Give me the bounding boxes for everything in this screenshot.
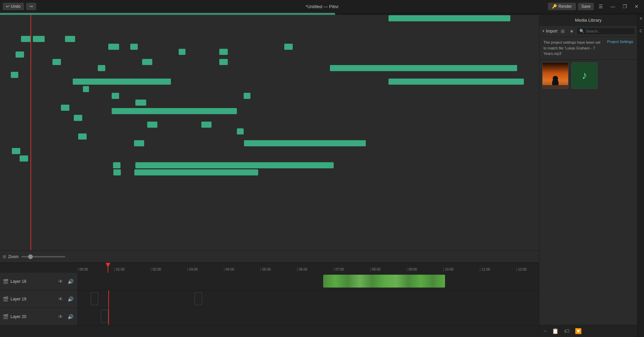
audio-waveform-layer18 bbox=[323, 275, 445, 288]
clip-31[interactable] bbox=[113, 162, 120, 168]
track-content-layer19[interactable] bbox=[78, 290, 539, 308]
ruler-mark: 03:00 bbox=[187, 268, 224, 271]
clip-21[interactable] bbox=[112, 108, 237, 114]
mute-toggle-layer20[interactable]: 🔊 bbox=[66, 313, 75, 320]
render-button[interactable]: 🔑 Render bbox=[548, 3, 576, 10]
ruler-mark: 12:00 bbox=[516, 268, 539, 271]
svg-point-2 bbox=[553, 76, 558, 81]
track-header-layer18: 🎬 Layer 18 👁 🔊 bbox=[0, 273, 78, 290]
clip-9[interactable] bbox=[52, 59, 61, 65]
save-button[interactable]: Save bbox=[578, 3, 594, 10]
clip-16[interactable] bbox=[83, 86, 89, 92]
clip-33[interactable] bbox=[113, 169, 121, 175]
clip-30[interactable] bbox=[20, 155, 28, 162]
clip-22[interactable] bbox=[74, 115, 82, 121]
undo-label: Undo bbox=[11, 4, 21, 9]
clip-insert-button[interactable]: 📋 bbox=[551, 327, 560, 335]
clip-32[interactable] bbox=[135, 162, 334, 168]
search-icon: 🔍 bbox=[579, 29, 584, 34]
zoom-slider[interactable] bbox=[21, 256, 65, 257]
track-type-icon-layer20: 🎬 bbox=[3, 314, 8, 319]
visibility-toggle-layer18[interactable]: 👁 bbox=[57, 278, 64, 285]
project-settings-link[interactable]: Project Settings bbox=[607, 40, 633, 44]
video-thumbnail-placeholder bbox=[542, 63, 568, 88]
clip-5[interactable] bbox=[179, 49, 185, 55]
track-clip-layer19-1 bbox=[91, 292, 98, 305]
clip-27[interactable] bbox=[134, 140, 144, 146]
titlebar-left: ↩ Undo ↪ bbox=[3, 3, 36, 10]
clip-0[interactable] bbox=[21, 36, 31, 42]
mute-toggle-layer19[interactable]: 🔊 bbox=[66, 296, 75, 302]
panel-close-button[interactable]: ✕ bbox=[639, 16, 643, 22]
clip-canvas[interactable] bbox=[0, 15, 539, 250]
clip-19[interactable] bbox=[135, 100, 146, 106]
clip-14[interactable] bbox=[11, 72, 18, 78]
clip-29[interactable] bbox=[12, 148, 20, 154]
clip-37[interactable] bbox=[388, 15, 510, 21]
clip-26[interactable] bbox=[78, 133, 87, 140]
clip-25[interactable] bbox=[237, 128, 244, 134]
close-button[interactable]: ✕ bbox=[632, 3, 641, 10]
clip-8[interactable] bbox=[16, 51, 24, 58]
scroll-c-button[interactable]: C bbox=[639, 28, 643, 34]
favorites-button[interactable]: ★ bbox=[568, 28, 575, 35]
zoom-icon: ⊞ bbox=[3, 254, 6, 259]
clip-7[interactable] bbox=[284, 44, 293, 50]
clip-34[interactable] bbox=[134, 169, 258, 175]
ruler-marks: 00:0001:0002:0003:0004:0005:0006:0007:00… bbox=[78, 268, 539, 271]
clip-15[interactable] bbox=[73, 79, 171, 85]
tag-button[interactable]: 🏷 bbox=[563, 328, 571, 335]
clip-11[interactable] bbox=[142, 59, 152, 65]
visibility-toggle-layer19[interactable]: 👁 bbox=[57, 296, 64, 302]
notification-area: The project settings have been set to ma… bbox=[539, 37, 637, 60]
track-content-layer18[interactable] bbox=[78, 273, 539, 290]
zoom-thumb bbox=[28, 254, 33, 259]
clip-2[interactable] bbox=[65, 36, 75, 42]
minus-button[interactable]: − bbox=[542, 328, 548, 335]
clip-23[interactable] bbox=[147, 122, 157, 128]
undo-button[interactable]: ↩ Undo bbox=[3, 3, 24, 10]
panel-spacer bbox=[539, 195, 637, 325]
panel-header: Media Library bbox=[539, 15, 637, 26]
ruler-mark: 04:00 bbox=[224, 268, 261, 271]
clip-17[interactable] bbox=[112, 93, 119, 99]
playhead-line bbox=[108, 263, 108, 273]
media-item-audio[interactable]: ♪ bbox=[571, 62, 598, 89]
clip-20[interactable] bbox=[61, 105, 69, 111]
clip-10[interactable] bbox=[98, 65, 105, 71]
clip-36[interactable] bbox=[388, 79, 524, 85]
filter-button[interactable]: 🔽 bbox=[574, 327, 583, 335]
svg-rect-3 bbox=[542, 85, 568, 88]
track-clip-layer19-2 bbox=[195, 292, 202, 305]
right-scroll-strip: ✕ C bbox=[637, 15, 644, 337]
menu-button[interactable]: ☰ bbox=[596, 3, 606, 10]
ruler-mark: 06:00 bbox=[297, 268, 334, 271]
music-note-icon: ♪ bbox=[582, 69, 587, 82]
clip-4[interactable] bbox=[130, 44, 138, 50]
maximize-button[interactable]: ❐ bbox=[620, 3, 630, 10]
clip-1[interactable] bbox=[33, 36, 45, 42]
ruler-mark: 11:00 bbox=[480, 268, 516, 271]
visibility-toggle-layer20[interactable]: 👁 bbox=[57, 313, 64, 320]
ruler-mark: 08:00 bbox=[370, 268, 407, 271]
track-header-layer19: 🎬 Layer 19 👁 🔊 bbox=[0, 290, 78, 308]
redo-button[interactable]: ↪ bbox=[26, 3, 36, 10]
clip-3[interactable] bbox=[108, 44, 119, 50]
view-grid-button[interactable]: ⊞ bbox=[559, 28, 566, 35]
search-input[interactable] bbox=[586, 29, 632, 33]
render-label: Render bbox=[558, 4, 572, 9]
clip-12[interactable] bbox=[219, 59, 228, 65]
clip-24[interactable] bbox=[201, 122, 212, 128]
ruler-mark: 07:00 bbox=[334, 268, 370, 271]
undo-icon: ↩ bbox=[6, 4, 9, 9]
track-content-layer20[interactable] bbox=[78, 308, 539, 325]
timeline-ruler: 00:0001:0002:0003:0004:0005:0006:0007:00… bbox=[0, 262, 539, 273]
clip-6[interactable] bbox=[219, 49, 228, 55]
clip-18[interactable] bbox=[244, 93, 250, 99]
clip-28[interactable] bbox=[244, 140, 366, 146]
import-button[interactable]: + Import bbox=[542, 29, 557, 34]
mute-toggle-layer18[interactable]: 🔊 bbox=[66, 278, 75, 285]
media-item-video[interactable] bbox=[542, 62, 569, 89]
minimize-button[interactable]: — bbox=[608, 3, 618, 10]
clip-35[interactable] bbox=[388, 65, 517, 71]
